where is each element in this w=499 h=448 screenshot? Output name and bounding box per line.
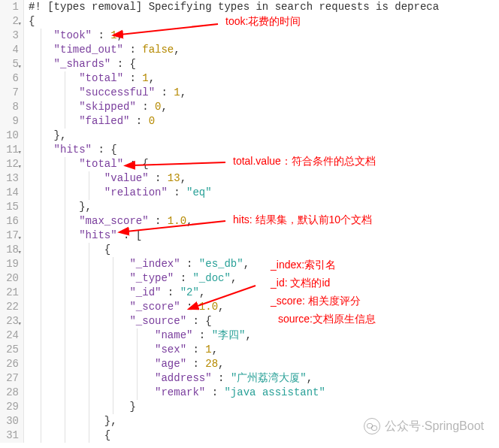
token-punc: { — [104, 244, 110, 256]
line-number: 16 — [0, 214, 19, 229]
line-number: 2▾ — [0, 14, 19, 29]
token-punc: : — [123, 44, 142, 56]
code-line: "_id" : "2", — [29, 286, 499, 300]
token-key: "total" — [79, 158, 123, 170]
line-number: 9 — [0, 114, 19, 129]
code-line: "address" : "广州荔湾大厦", — [29, 371, 499, 386]
token-punc: , — [243, 258, 250, 270]
line-number: 13 — [0, 171, 19, 186]
line-number: 14 — [0, 186, 19, 200]
token-punc: { — [29, 15, 35, 27]
token-key: "_type" — [129, 272, 174, 284]
line-number: 19 — [0, 257, 19, 271]
line-number: 23▾ — [0, 314, 19, 328]
line-number: 4 — [0, 43, 19, 57]
line-number: 30 — [0, 414, 19, 428]
token-punc: , — [161, 101, 167, 113]
token-key: "address" — [155, 372, 212, 384]
token-punc: : — [186, 344, 205, 356]
line-number: 11▾ — [0, 143, 19, 157]
token-punc: , — [149, 72, 155, 84]
token-punc: : — [92, 29, 110, 41]
watermark: 公众号·SpringBoot — [364, 418, 484, 434]
code-line: "skipped" : 0, — [29, 100, 499, 114]
token-key: "took" — [54, 29, 92, 41]
token-punc: , — [231, 272, 237, 284]
line-number: 29 — [0, 400, 19, 414]
token-key: "successful" — [79, 86, 155, 98]
token-punc: : — [192, 329, 211, 341]
token-key: "hits" — [54, 144, 92, 156]
line-number: 20 — [0, 271, 19, 286]
token-punc: }, — [54, 129, 67, 141]
token-punc: : — [136, 101, 155, 113]
token-punc: : { — [92, 144, 117, 156]
token-str: "eq" — [186, 186, 212, 198]
token-punc: : — [180, 301, 199, 313]
token-punc: : — [205, 386, 224, 398]
code-line: { — [29, 14, 499, 29]
code-line: "value" : 13, — [29, 171, 499, 186]
token-punc: , — [180, 172, 186, 184]
token-key: "failed" — [79, 115, 129, 127]
token-key: "_id" — [129, 286, 161, 298]
code-line: "name" : "李四", — [29, 328, 499, 343]
line-number: 6 — [0, 71, 19, 86]
code-content: #! [types removal] Specifying types in s… — [24, 0, 499, 443]
token-punc: , — [186, 215, 192, 227]
code-line: "_type" : "_doc", — [29, 271, 499, 286]
token-str: "李四" — [212, 329, 246, 341]
token-punc: , — [307, 372, 313, 384]
token-punc: : — [174, 272, 192, 284]
token-punc: , — [212, 344, 218, 356]
code-line: "timed_out" : false, — [29, 43, 499, 57]
code-line: "total" : { — [29, 157, 499, 171]
token-punc: : { — [110, 58, 136, 70]
token-punc: : — [180, 258, 199, 270]
token-key: "hits" — [79, 229, 116, 241]
token-num: 28 — [205, 358, 218, 370]
token-key: "age" — [155, 358, 186, 370]
token-punc: }, — [104, 415, 117, 427]
token-str: "2" — [180, 286, 199, 298]
token-punc: , — [218, 358, 224, 370]
code-line: "sex" : 1, — [29, 343, 499, 357]
code-line: "remark" : "java assistant" — [29, 386, 499, 400]
token-key: "remark" — [155, 386, 205, 398]
line-number: 25 — [0, 343, 19, 357]
code-line: "max_score" : 1.0, — [29, 214, 499, 229]
code-line: "took" : 1, — [29, 29, 499, 43]
line-number: 10 — [0, 129, 19, 143]
token-key: "max_score" — [79, 215, 148, 227]
token-punc: , — [199, 286, 205, 298]
line-number-gutter: 12▾345▾67891011▾12▾1314151617▾18▾1920212… — [0, 0, 24, 443]
line-number: 21 — [0, 286, 19, 300]
token-punc: : — [155, 86, 174, 98]
token-key: "sex" — [155, 344, 186, 356]
token-punc: : — [149, 172, 168, 184]
token-num: 1 — [205, 344, 211, 356]
token-num: 0 — [149, 115, 155, 127]
line-number: 18▾ — [0, 243, 19, 257]
token-num: 1 — [174, 86, 180, 98]
token-punc: : — [123, 72, 142, 84]
token-num: 1 — [142, 72, 148, 84]
code-line: "_index" : "es_db", — [29, 257, 499, 271]
token-key: "_index" — [129, 258, 180, 270]
token-key: "timed_out" — [54, 44, 123, 56]
token-punc: : — [212, 372, 231, 384]
token-str: "广州荔湾大厦" — [231, 372, 307, 384]
line-number: 7 — [0, 86, 19, 100]
token-punc: , — [218, 301, 224, 313]
line-number: 1 — [0, 0, 19, 14]
token-punc: } — [129, 401, 135, 413]
token-num: 1 — [110, 29, 116, 41]
line-number: 8 — [0, 100, 19, 114]
token-punc: }, — [79, 201, 92, 213]
line-number: 15 — [0, 200, 19, 214]
code-line: } — [29, 400, 499, 414]
line-number: 26 — [0, 357, 19, 371]
line-number: 31 — [0, 428, 19, 443]
token-key: "_shards" — [54, 58, 111, 70]
code-line: "_score" : 1.0, — [29, 300, 499, 314]
